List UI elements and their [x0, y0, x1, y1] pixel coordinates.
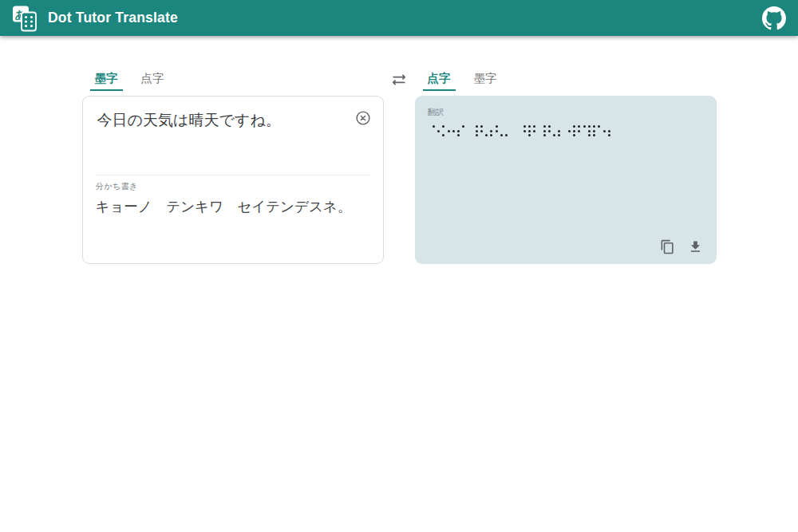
- wakachigaki-label: 分かち書き: [96, 181, 370, 192]
- output-tab-bokuji[interactable]: 墨字: [469, 70, 502, 91]
- braille-output-text: [428, 125, 704, 136]
- source-tab-bokuji[interactable]: 墨字: [90, 70, 123, 91]
- main-content: 墨字 点字 点字 墨字 今日の天気は晴天ですね。: [82, 70, 717, 264]
- wakachigaki-section: 分かち書き キョーノ テンキワ セイテンデスネ。: [96, 175, 370, 216]
- download-icon: [688, 239, 703, 254]
- source-input-panel: 今日の天気は晴天ですね。 分かち書き キョーノ テンキワ セイテンデスネ。: [82, 96, 384, 264]
- app-header: あ Dot Tutor Translate: [0, 0, 798, 36]
- clear-x-circle-icon: [354, 109, 372, 127]
- source-text-input[interactable]: 今日の天気は晴天ですね。: [96, 108, 343, 171]
- app-logo-icon: あ: [12, 5, 39, 32]
- copy-icon: [660, 239, 675, 254]
- swap-languages-button[interactable]: [391, 72, 407, 88]
- github-link[interactable]: [762, 6, 786, 30]
- source-tab-tenji[interactable]: 点字: [136, 70, 169, 91]
- wakachigaki-text: キョーノ テンキワ セイテンデスネ。: [96, 197, 370, 216]
- swap-cell: [384, 70, 415, 96]
- github-icon: [762, 6, 786, 30]
- copy-button[interactable]: [660, 238, 676, 254]
- clear-input-button[interactable]: [354, 109, 372, 127]
- download-button[interactable]: [688, 238, 704, 254]
- braille-output-panel: 翻訳: [415, 96, 717, 264]
- swap-arrows-icon: [391, 72, 407, 88]
- app-title: Dot Tutor Translate: [48, 10, 178, 26]
- translate-grid: 墨字 点字 点字 墨字 今日の天気は晴天ですね。: [82, 70, 717, 264]
- translation-label: 翻訳: [428, 107, 704, 118]
- output-actions: [660, 238, 704, 254]
- output-tabs: 点字 墨字: [415, 70, 717, 96]
- source-tabs: 墨字 点字: [82, 70, 384, 96]
- output-tab-tenji[interactable]: 点字: [423, 70, 456, 91]
